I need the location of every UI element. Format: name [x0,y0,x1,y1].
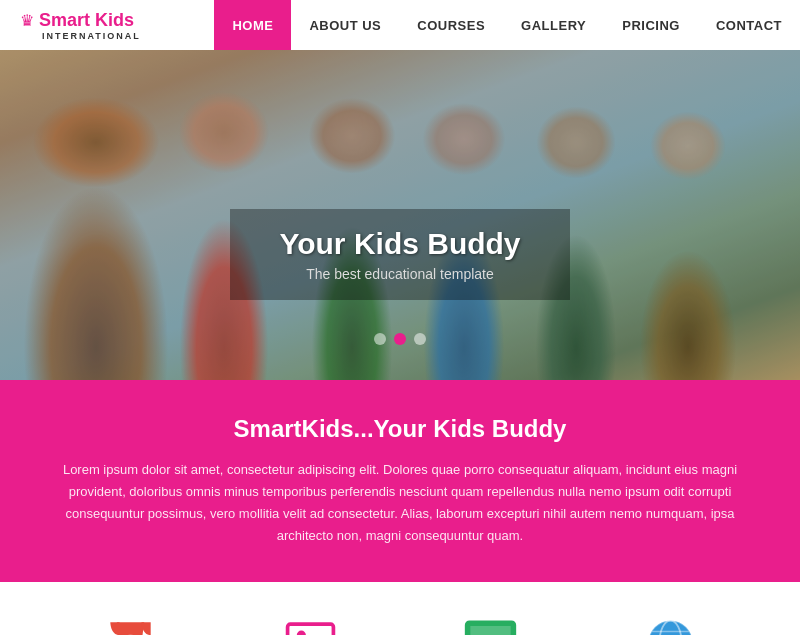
logo-subtitle: INTERNATIONAL [42,31,141,41]
nav-home[interactable]: HOME [214,0,291,50]
icon-item-trophy [95,612,165,635]
main-nav: HOME ABOUT US COURSES GALLERY PRICING CO… [214,0,800,50]
icon-item-globe [635,612,705,635]
nav-courses[interactable]: COURSES [399,0,503,50]
hero-dots [374,333,426,345]
svg-rect-7 [470,626,510,635]
logo-area: ♛ Smart Kids INTERNATIONAL [0,10,200,41]
pink-section: SmartKids...Your Kids Buddy Lorem ipsum … [0,380,800,582]
image-icon [275,612,345,635]
icon-item-monitor [455,612,525,635]
dot-1[interactable] [374,333,386,345]
logo-name: Smart Kids [39,10,134,31]
globe-icon [635,612,705,635]
trophy-icon [95,612,165,635]
dot-3[interactable] [414,333,426,345]
crown-icon: ♛ [20,11,34,30]
pink-heading: SmartKids...Your Kids Buddy [60,415,740,443]
svg-rect-3 [287,624,333,635]
logo-top: ♛ Smart Kids [20,10,134,31]
header: ♛ Smart Kids INTERNATIONAL HOME ABOUT US… [0,0,800,50]
hero-section: Your Kids Buddy The best educational tem… [0,50,800,380]
hero-text-box: Your Kids Buddy The best educational tem… [230,209,570,300]
nav-contact[interactable]: CONTACT [698,0,800,50]
dot-2[interactable] [394,333,406,345]
monitor-icon [455,612,525,635]
nav-pricing[interactable]: PRICING [604,0,698,50]
hero-title: Your Kids Buddy [270,227,530,261]
icons-section [0,582,800,635]
icon-item-image [275,612,345,635]
svg-point-4 [296,630,305,635]
nav-about[interactable]: ABOUT US [291,0,399,50]
pink-body: Lorem ipsum dolor sit amet, consectetur … [60,459,740,547]
nav-gallery[interactable]: GALLERY [503,0,604,50]
hero-subtitle: The best educational template [270,266,530,282]
